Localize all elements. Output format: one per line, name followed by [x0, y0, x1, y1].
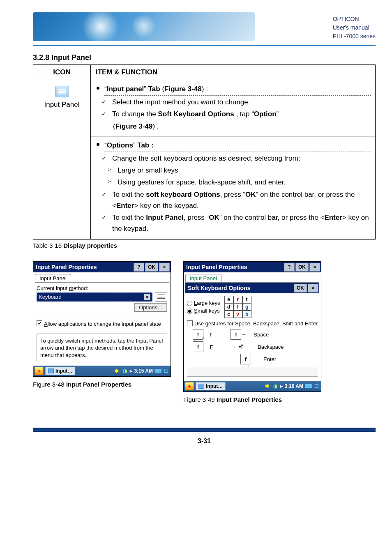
t: ethod: [74, 285, 88, 291]
t: S [194, 308, 198, 314]
chevron-down-icon: ▼ [144, 294, 150, 300]
skb-titlebar: Soft Keyboard Options OK × [185, 283, 319, 293]
tray-49: ✱ ◑ ▸ 3:16 AM ⌨ ☐ [264, 383, 320, 389]
globe-icon[interactable]: ◑ [122, 368, 128, 374]
desktop-tray-icon[interactable]: ☐ [163, 368, 169, 374]
figure-49: Input Panel Properties ? OK × Input Pane… [183, 261, 321, 403]
t: To exit the [112, 191, 146, 198]
tab-input-panel[interactable]: Input Panel [185, 274, 221, 282]
t: O [139, 304, 143, 311]
task-item-input[interactable]: Input… [45, 367, 75, 375]
globe-icon[interactable]: ◑ [272, 383, 279, 389]
row2-item2: To exit the soft keyboard Options, press… [112, 189, 371, 211]
checkbox-icon[interactable]: ✔ [37, 320, 42, 326]
arrow-icon: ➢ [107, 166, 112, 174]
check-icon: ✓ [101, 190, 106, 199]
checkbox-icon[interactable] [187, 320, 193, 326]
header-line1: OPTICON [333, 15, 376, 23]
t: OK [209, 214, 219, 221]
start-button[interactable]: ✦ [185, 382, 194, 390]
key: t [242, 296, 251, 303]
desktop-tray-icon[interactable]: ☐ [313, 383, 320, 389]
taskbar-49: ✦ Input… ✱ ◑ ▸ 3:16 AM ⌨ ☐ [184, 381, 321, 391]
use-gestures-row[interactable]: Use gestures for Space, Backspace, Shift… [187, 320, 318, 327]
row1-item2: To change the Soft Keyboard Options , ta… [112, 108, 279, 120]
input-method-combo[interactable]: Keyboard ▼ [37, 292, 152, 302]
t: Soft Keyboard Options [158, 110, 234, 118]
row1-item1: Select the input method you want to chan… [112, 97, 250, 108]
titlebar-48: Input Panel Properties ? OK × [33, 262, 171, 272]
window-icon [198, 384, 204, 389]
ok-button[interactable]: OK [145, 263, 158, 272]
t: f [245, 356, 247, 362]
t: ) : [202, 85, 208, 93]
figure-48-caption: Figure 3-48 Input Panel Properties [33, 381, 171, 388]
t: Figure 3-49 [183, 396, 217, 403]
skb-title: Soft Keyboard Options [188, 285, 293, 291]
t: Table 3-16 [33, 242, 63, 249]
key: c [224, 311, 233, 318]
task-item-input[interactable]: Input… [196, 382, 226, 390]
clock: 3:16 AM [284, 383, 303, 389]
key: e [224, 296, 233, 303]
panel-body-48: Current input method: Keyboard ▼ Options… [33, 283, 171, 366]
t: ptions… [143, 304, 163, 311]
t: f [197, 332, 199, 338]
icon-cell: Input Panel [33, 80, 91, 240]
row-input-panel-tab: “Input panel” Tab (Figure 3-48) : ✓ Sele… [91, 80, 376, 136]
skb-body: Large keys Small keys ert dfg cvb Use ge… [184, 293, 321, 381]
t: f [210, 332, 212, 338]
antenna-icon[interactable]: ✱ [264, 383, 270, 389]
help-button[interactable]: ? [284, 263, 295, 272]
t: Option [254, 110, 277, 118]
device-window-48: Input Panel Properties ? OK × Input Pane… [33, 261, 171, 377]
key: g [242, 303, 251, 311]
help-button[interactable]: ? [134, 263, 144, 272]
t: F [210, 344, 213, 350]
t: Enter [116, 202, 134, 210]
keyboard-tray-icon[interactable]: ⌨ [305, 383, 311, 389]
t: estures for Space, Backspace, Shift and … [208, 320, 318, 327]
tab-input-panel[interactable]: Input Panel [35, 274, 71, 282]
t: Options [107, 141, 133, 149]
row2-sub2: Using gestures for space, black-space sh… [118, 177, 286, 188]
radio-small-keys[interactable]: Small keys [187, 308, 220, 314]
keyboard-tray-icon[interactable]: ⌨ [154, 368, 161, 374]
skb-ok-button[interactable]: OK [294, 284, 307, 292]
bullet-icon [97, 143, 99, 146]
key-size-radios: Large keys Small keys [187, 300, 220, 314]
t: mall keys [198, 308, 220, 314]
options-button[interactable]: Options… [134, 303, 167, 312]
ok-button[interactable]: OK [295, 263, 309, 272]
gesture-backspace: f↑ F ←•f Backspace [193, 341, 318, 352]
close-button[interactable]: × [159, 263, 170, 272]
t: Input Panel Properties [217, 396, 282, 403]
key-preview: ert dfg cvb [224, 296, 251, 318]
t: Input panel [107, 85, 144, 93]
close-button[interactable]: × [309, 263, 320, 272]
check-icon: ✓ [101, 154, 106, 163]
figure-48: Input Panel Properties ? OK × Input Pane… [33, 261, 171, 388]
key: b [242, 311, 251, 318]
info-table: ICON ITEM & FUNCTION Input Panel “Input … [33, 64, 376, 240]
gesture-box: f→ [231, 329, 241, 340]
t: Figure 3-48 [164, 85, 202, 93]
row2-item1: Change the soft keyboard options as desi… [112, 153, 300, 164]
allow-change-row[interactable]: ✔ Allow applications to change the input… [37, 320, 167, 328]
header-banner: OPTICON User's manual PHL-7000 series [33, 12, 376, 46]
section-title: 3.2.8 Input Panel [33, 53, 376, 62]
tip-box: To quickly switch input methods, tap the… [37, 334, 167, 363]
page-number: 3-31 [33, 438, 376, 445]
t: , press “ [220, 191, 245, 198]
t: > key on the keypad. [134, 202, 198, 210]
start-button[interactable]: ✦ [35, 367, 44, 375]
row1-item2-line2: (Figure 3-49) . [113, 121, 371, 132]
t: ” [133, 141, 137, 149]
footer: 3-31 [33, 428, 376, 445]
t: Input Panel Properties [66, 381, 131, 388]
t: ) . [152, 122, 159, 130]
antenna-icon[interactable]: ✱ [113, 368, 120, 374]
radio-large-keys[interactable]: Large keys [187, 300, 220, 306]
skb-close-button[interactable]: × [308, 284, 318, 292]
input-panel-icon [55, 86, 69, 97]
